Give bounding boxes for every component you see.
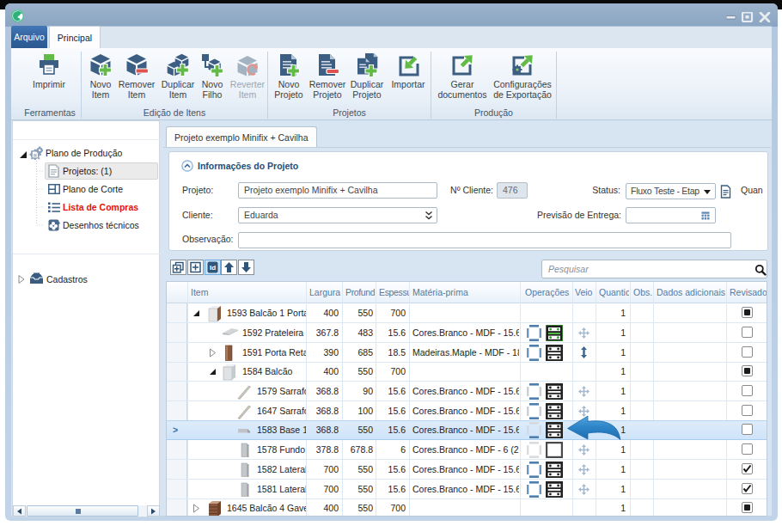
svg-text:Id: Id	[210, 264, 216, 272]
